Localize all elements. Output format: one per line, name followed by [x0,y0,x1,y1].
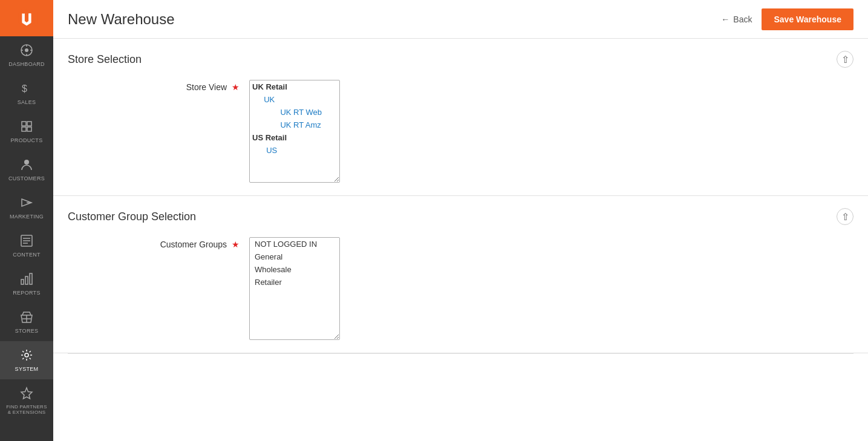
group-option-general[interactable]: General [250,250,339,263]
svg-rect-18 [21,279,24,284]
sidebar-item-find-partners[interactable]: FIND PARTNERS& EXTENSIONS [0,379,53,422]
customer-group-header: Customer Group Selection ⇧ [68,208,853,225]
header-actions: ← Back Save Warehouse [721,8,853,30]
store-view-label: Store View ★ [116,80,249,92]
sidebar-item-content[interactable]: CONTENT [0,227,53,265]
back-label: Back [733,15,752,24]
reports-icon [20,272,33,287]
sidebar-item-label-dashboard: DASHBOARD [8,61,45,67]
customer-groups-required: ★ [232,240,240,249]
customers-icon [20,158,33,173]
sidebar-item-label-marketing: MARKETING [10,214,44,220]
sidebar-item-label-reports: REPORTS [13,290,40,296]
sales-icon: $ [20,82,33,97]
sidebar-item-label-content: CONTENT [13,252,41,258]
sidebar-item-reports[interactable]: REPORTS [0,265,53,303]
customer-group-title: Customer Group Selection [68,211,196,223]
back-arrow-icon: ← [721,15,729,24]
sidebar-item-label-sales: SALES [18,99,36,105]
store-selection-toggle[interactable]: ⇧ [837,51,853,68]
svg-rect-19 [25,276,28,284]
store-option-us-retail[interactable]: US Retail [250,131,339,144]
content-icon [20,234,33,249]
sidebar-item-label-find-partners: FIND PARTNERS& EXTENSIONS [6,404,47,415]
content-area: Store Selection ⇧ Store View ★ UK Retail… [53,39,868,441]
store-selection-section: Store Selection ⇧ Store View ★ UK Retail… [53,39,868,196]
sidebar-item-sales[interactable]: $ SALES [0,74,53,113]
bottom-divider [68,353,853,354]
page-title: New Warehouse [68,11,175,28]
products-icon [20,120,33,135]
svg-point-23 [25,353,28,357]
store-view-listbox[interactable]: UK Retail UK UK RT Web UK RT Amz US Reta… [249,80,340,183]
sidebar-item-label-customers: CUSTOMERS [8,175,45,181]
customer-groups-listbox[interactable]: NOT LOGGED IN General Wholesale Retailer [249,237,340,340]
svg-point-11 [24,160,29,165]
sidebar: DASHBOARD $ SALES PRODUCTS CUSTOM [0,0,53,441]
store-view-required: ★ [232,82,240,92]
sidebar-item-label-products: PRODUCTS [11,137,43,143]
page-header: New Warehouse ← Back Save Warehouse [53,0,868,39]
magento-logo [0,0,53,36]
customer-groups-control: NOT LOGGED IN General Wholesale Retailer [249,237,552,341]
svg-marker-24 [21,388,32,399]
svg-rect-7 [22,122,26,126]
group-option-retailer[interactable]: Retailer [250,276,339,289]
sidebar-item-marketing[interactable]: MARKETING [0,189,53,227]
chevron-up-icon: ⇧ [841,54,849,65]
svg-rect-20 [30,273,32,284]
store-option-uk-retail[interactable]: UK Retail [250,80,339,93]
svg-text:$: $ [22,83,27,94]
svg-rect-8 [27,122,31,126]
store-selection-title: Store Selection [68,53,142,66]
save-warehouse-button[interactable]: Save Warehouse [762,8,853,30]
sidebar-item-customers[interactable]: CUSTOMERS [0,151,53,189]
back-button[interactable]: ← Back [721,15,752,24]
customer-group-section: Customer Group Selection ⇧ Customer Grou… [53,196,868,353]
marketing-icon [20,196,33,211]
sidebar-item-stores[interactable]: STORES [0,303,53,341]
sidebar-item-system[interactable]: SYSTEM [0,341,53,379]
main-content: New Warehouse ← Back Save Warehouse Stor… [53,0,868,441]
store-view-field: Store View ★ UK Retail UK UK RT Web UK R… [68,80,853,183]
sidebar-item-label-stores: STORES [15,328,39,334]
customer-group-toggle[interactable]: ⇧ [837,208,853,225]
store-option-uk-rt-amz[interactable]: UK RT Amz [250,119,339,131]
system-icon [20,348,33,364]
store-selection-header: Store Selection ⇧ [68,51,853,68]
dashboard-icon [20,44,33,59]
sidebar-item-products[interactable]: PRODUCTS [0,113,53,151]
group-option-not-logged-in[interactable]: NOT LOGGED IN [250,238,339,250]
customer-groups-field: Customer Groups ★ NOT LOGGED IN General … [68,237,853,341]
store-option-uk-rt-web[interactable]: UK RT Web [250,106,339,119]
store-option-uk[interactable]: UK [250,93,339,106]
svg-rect-9 [22,127,26,131]
find-partners-icon [20,387,33,402]
stores-icon [20,310,33,325]
store-view-control: UK Retail UK UK RT Web UK RT Amz US Reta… [249,80,552,183]
sidebar-item-label-system: SYSTEM [15,366,39,372]
store-option-us[interactable]: US [250,144,339,157]
svg-point-1 [25,48,28,52]
customer-groups-label: Customer Groups ★ [116,237,249,249]
chevron-up-icon-2: ⇧ [841,211,849,223]
group-option-wholesale[interactable]: Wholesale [250,263,339,276]
sidebar-item-dashboard[interactable]: DASHBOARD [0,36,53,74]
svg-rect-10 [27,127,31,131]
